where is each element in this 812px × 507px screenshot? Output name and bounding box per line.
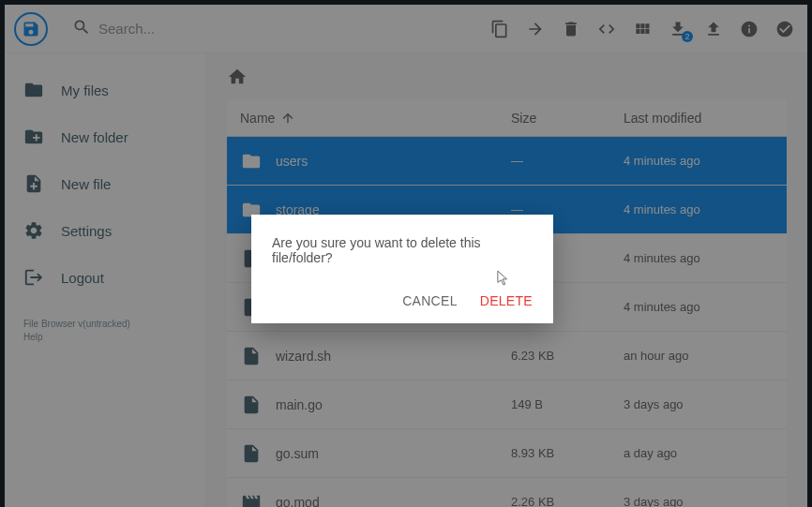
delete-confirm-dialog: Are you sure you want to delete this fil… — [251, 215, 553, 323]
dialog-delete-button[interactable]: Delete — [480, 293, 533, 308]
dialog-cancel-button[interactable]: Cancel — [402, 293, 458, 308]
dialog-message: Are you sure you want to delete this fil… — [272, 235, 533, 265]
